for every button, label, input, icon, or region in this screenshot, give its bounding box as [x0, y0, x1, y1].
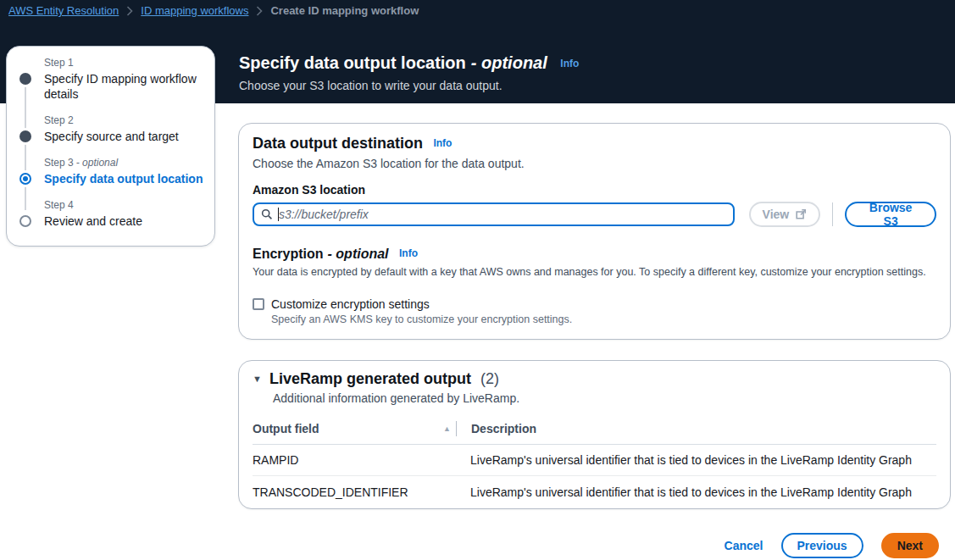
- step-active-radio-icon: [19, 173, 31, 185]
- step-label: Specify source and target: [44, 129, 204, 144]
- liveramp-output-table: Output field ▲ Description RAMPID LiveRa…: [253, 416, 936, 507]
- checkbox-unchecked-icon[interactable]: [253, 298, 264, 310]
- create-id-mapping-workflow-page: AWS Entity Resolution ID mapping workflo…: [0, 0, 955, 560]
- previous-button[interactable]: Previous: [781, 533, 863, 558]
- table-row[interactable]: RAMPID LiveRamp's universal identifier t…: [253, 445, 936, 476]
- page-title-optional: - optional: [471, 53, 547, 72]
- info-link[interactable]: Info: [560, 58, 579, 69]
- liveramp-count-badge: (2): [480, 370, 499, 388]
- s3-location-input[interactable]: [279, 205, 726, 224]
- vertical-divider: [832, 202, 833, 226]
- step-optional-label: - optional: [76, 157, 118, 169]
- breadcrumb-link-id-mapping-workflows[interactable]: ID mapping workflows: [141, 4, 248, 17]
- table-header-row: Output field ▲ Description: [253, 416, 936, 445]
- chevron-right-icon: [126, 6, 133, 16]
- browse-s3-button[interactable]: Browse S3: [845, 202, 936, 227]
- step-number: Step 3- optional: [44, 157, 204, 169]
- output-field-cell: TRANSCODED_IDENTIFIER: [253, 485, 470, 499]
- s3-location-label: Amazon S3 location: [253, 183, 936, 197]
- step-number: Step 1: [44, 57, 204, 69]
- page-title: Specify data output location- optional: [239, 53, 552, 72]
- step-item-1[interactable]: Step 1 Specify ID mapping workflow detai…: [15, 57, 204, 102]
- checkbox-label: Customize encryption settings: [271, 297, 430, 311]
- info-link[interactable]: Info: [433, 137, 452, 149]
- checkbox-description: Specify an AWS KMS key to customize your…: [271, 313, 936, 325]
- info-link[interactable]: Info: [399, 247, 418, 259]
- card-description: Choose the Amazon S3 location for the da…: [253, 157, 936, 170]
- caret-down-icon[interactable]: ▼: [253, 374, 262, 384]
- next-button[interactable]: Next: [881, 533, 939, 558]
- card-title: Data output destination: [253, 135, 423, 152]
- page-subtitle: Choose your S3 location to write your da…: [239, 79, 579, 92]
- step-upcoming-icon: [19, 215, 31, 227]
- customize-encryption-checkbox-row[interactable]: Customize encryption settings: [253, 297, 936, 311]
- liveramp-generated-output-card: ▼ LiveRamp generated output (2) Addition…: [238, 360, 951, 509]
- search-icon: [261, 208, 273, 220]
- step-label: Review and create: [44, 213, 204, 229]
- step-completed-icon: [19, 130, 31, 142]
- description-cell: LiveRamp's universal identifier that is …: [470, 485, 936, 499]
- description-cell: LiveRamp's universal identifier that is …: [470, 453, 936, 467]
- breadcrumb-link-entity-resolution[interactable]: AWS Entity Resolution: [8, 4, 119, 17]
- page-header: Specify data output location- optional I…: [239, 53, 579, 92]
- liveramp-title: LiveRamp generated output: [269, 370, 471, 388]
- cancel-button[interactable]: Cancel: [725, 539, 763, 552]
- data-output-destination-card: Data output destination Info Choose the …: [238, 123, 951, 340]
- step-number: Step 4: [44, 199, 204, 211]
- step-completed-icon: [19, 73, 31, 85]
- column-header-description[interactable]: Description: [457, 422, 536, 435]
- output-field-cell: RAMPID: [253, 453, 470, 467]
- step-item-4[interactable]: Step 4 Review and create: [15, 199, 204, 229]
- breadcrumb-current: Create ID mapping workflow: [270, 4, 419, 17]
- wizard-footer-actions: Cancel Previous Next: [238, 532, 951, 559]
- view-button[interactable]: View: [749, 202, 821, 227]
- s3-location-input-wrap[interactable]: [253, 202, 735, 226]
- chevron-right-icon: [256, 6, 263, 16]
- step-number: Step 2: [44, 114, 204, 126]
- liveramp-description: Additional information generated by Live…: [273, 391, 936, 405]
- step-label: Specify data output location: [44, 171, 204, 186]
- step-item-2[interactable]: Step 2 Specify source and target: [15, 114, 204, 144]
- column-header-output-field[interactable]: Output field ▲: [253, 422, 456, 435]
- sort-ascending-icon[interactable]: ▲: [443, 424, 451, 433]
- step-label: Specify ID mapping workflow details: [44, 71, 204, 102]
- step-item-3[interactable]: Step 3- optional Specify data output loc…: [15, 157, 204, 186]
- encryption-heading: Encryption- optional Info: [253, 247, 936, 262]
- table-row[interactable]: TRANSCODED_IDENTIFIER LiveRamp's univers…: [253, 476, 936, 507]
- encryption-optional-label: - optional: [328, 247, 389, 261]
- s3-location-row: View Browse S3: [253, 202, 936, 227]
- liveramp-section-header[interactable]: ▼ LiveRamp generated output (2): [253, 370, 936, 388]
- encryption-description: Your data is encrypted by default with a…: [253, 266, 936, 278]
- wizard-steps-panel: Step 1 Specify ID mapping workflow detai…: [6, 46, 215, 247]
- breadcrumb: AWS Entity Resolution ID mapping workflo…: [8, 4, 419, 17]
- external-link-icon: [795, 208, 807, 220]
